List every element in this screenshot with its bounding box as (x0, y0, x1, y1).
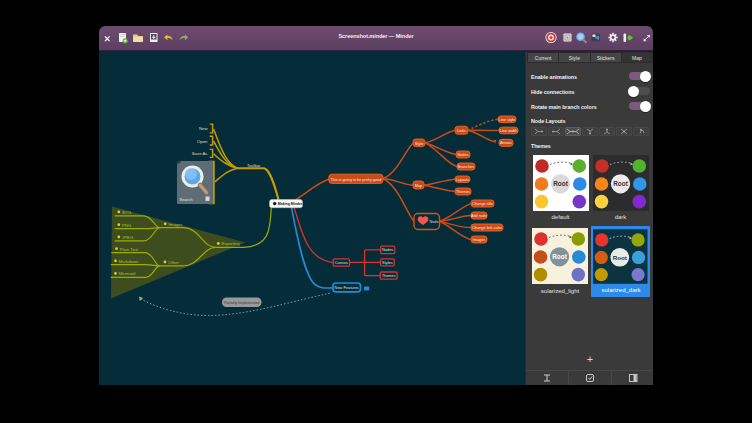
svg-text:JPEG: JPEG (122, 235, 134, 240)
svg-text:This is going to be pretty goo: This is going to be pretty good (330, 178, 381, 182)
svg-text:Map: Map (415, 183, 423, 188)
svg-text:Style: Style (415, 141, 424, 146)
svg-text:Save As: Save As (192, 151, 208, 156)
svg-text:Branches: Branches (458, 164, 474, 169)
svg-text:Root: Root (552, 253, 567, 260)
svg-text:Plain Text: Plain Text (120, 247, 139, 252)
svg-text:Change link color: Change link color (472, 225, 503, 230)
svg-text:New: New (199, 126, 208, 131)
svg-text:SVG: SVG (122, 210, 132, 215)
svg-text:Line width: Line width (500, 128, 518, 133)
svg-text:Root: Root (613, 253, 627, 260)
svg-text:Styles: Styles (382, 260, 393, 265)
svg-text:Nodes: Nodes (382, 247, 393, 252)
svg-text:Layouts: Layouts (456, 177, 470, 182)
svg-text:Node: Node (430, 220, 439, 224)
svg-text:Canvas: Canvas (335, 260, 348, 265)
svg-text:Root: Root (613, 180, 628, 187)
svg-text:Themes: Themes (456, 189, 470, 194)
svg-text:Making Minder: Making Minder (278, 202, 303, 206)
svg-text:Links: Links (457, 128, 466, 133)
svg-text:Other: Other (168, 260, 179, 265)
svg-text:Open: Open (197, 139, 208, 144)
svg-text:Toolbar: Toolbar (247, 163, 261, 168)
svg-text:Mermaid: Mermaid (119, 271, 136, 276)
svg-text:Change title: Change title (472, 201, 493, 206)
svg-text:Search: Search (180, 197, 194, 202)
svg-text:Partially Implemented: Partially Implemented (224, 301, 259, 305)
svg-text:PNG: PNG (122, 223, 132, 228)
svg-text:Exporting: Exporting (222, 241, 241, 246)
svg-text:Nodes: Nodes (457, 152, 468, 157)
svg-text:Arrows: Arrows (500, 140, 512, 145)
svg-text:Images: Images (168, 222, 182, 227)
svg-text:Markdown: Markdown (119, 259, 139, 264)
svg-text:Root: Root (553, 180, 568, 187)
svg-text:Themes: Themes (382, 273, 396, 278)
svg-text:New Features: New Features (335, 285, 359, 290)
svg-text:Line style: Line style (499, 117, 515, 122)
svg-text:Images: Images (473, 237, 486, 242)
svg-text:Add node: Add node (471, 214, 487, 218)
